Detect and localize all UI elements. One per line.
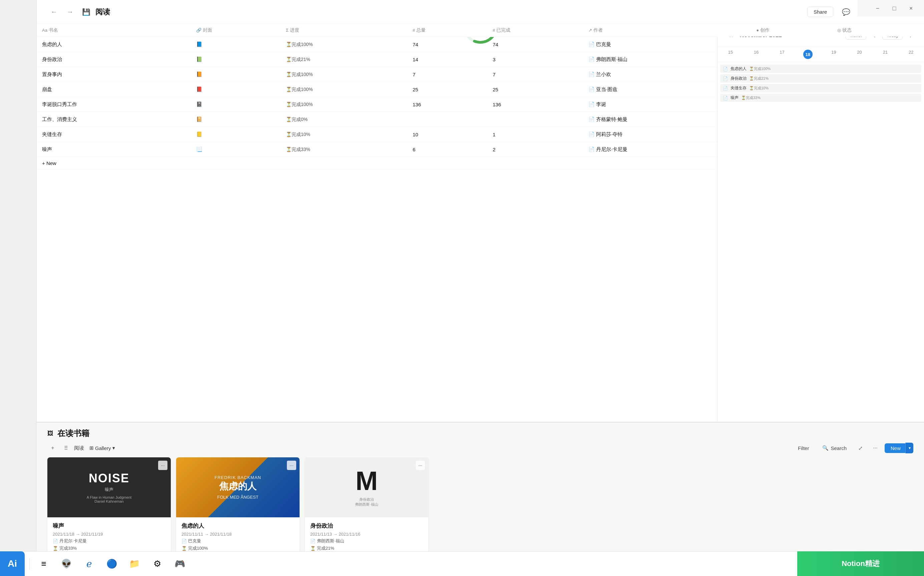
col-source[interactable]: ●创作 bbox=[751, 24, 832, 37]
taskbar-icon-game[interactable]: 🎮 bbox=[171, 555, 188, 573]
card-cover: M 身份政治弗朗西斯·福山 ··· bbox=[305, 457, 428, 517]
cal-event[interactable]: 📄 焦虑的人 ⏳完成100% bbox=[720, 65, 921, 73]
gallery-card[interactable]: M 身份政治弗朗西斯·福山 ··· 身份政治 2021/11/13 → 2021… bbox=[305, 457, 428, 557]
cell-total: 6 bbox=[407, 142, 488, 157]
card-title: 焦虑的人 bbox=[181, 522, 294, 530]
cal-date-col[interactable]: 18 bbox=[795, 47, 821, 62]
doc-icon: 📄 bbox=[53, 539, 58, 544]
cell-progress: ⏳完成100% bbox=[281, 37, 407, 52]
filter-button[interactable]: Filter bbox=[793, 444, 813, 452]
cell-bookname: 焦虑的人 bbox=[37, 37, 191, 52]
taskbar-separator-1 bbox=[29, 558, 30, 570]
card-title: 噪声 bbox=[53, 522, 165, 530]
cell-cover: 📃 bbox=[191, 142, 281, 157]
col-cover[interactable]: 🔗封面 bbox=[191, 24, 281, 37]
col-status[interactable]: ◎状态 bbox=[832, 24, 924, 37]
save-button[interactable]: 💾 bbox=[79, 5, 93, 19]
close-button[interactable]: × bbox=[903, 2, 919, 14]
col-author[interactable]: ↗作者 bbox=[583, 24, 751, 37]
cell-cover: 📗 bbox=[191, 52, 281, 67]
comment-button[interactable]: 💬 bbox=[839, 5, 853, 19]
cell-progress: ⏳完成0% bbox=[281, 112, 407, 127]
card-menu-button[interactable]: ··· bbox=[287, 461, 296, 470]
cal-event-icon: 📄 bbox=[723, 67, 728, 71]
card-cover: FREDRIK BACKMAN 焦虑的人 FOLK MED ÅNGEST ··· bbox=[176, 457, 300, 517]
minimize-button[interactable]: − bbox=[870, 2, 885, 14]
taskbar-icon-list[interactable]: ≡ bbox=[35, 555, 52, 573]
cal-date-col[interactable]: 21 bbox=[872, 47, 898, 62]
card-author: 📄 弗朗西斯·福山 bbox=[310, 538, 423, 544]
taskbar-icon-alien[interactable]: 👽 bbox=[58, 555, 75, 573]
cell-total bbox=[407, 112, 488, 127]
col-progress[interactable]: Σ进度 bbox=[281, 24, 407, 37]
cell-done: 3 bbox=[488, 52, 583, 67]
expand-button[interactable]: ⤢ bbox=[855, 443, 866, 453]
cell-done: 1 bbox=[488, 127, 583, 142]
cal-date-col[interactable]: 19 bbox=[821, 47, 847, 62]
card-menu-button[interactable]: ··· bbox=[158, 461, 167, 470]
gallery-toolbar: + ⠿ 阅读 ⊞ Gallery ▾ Filter 🔍 Search ⤢ ··· bbox=[37, 439, 924, 457]
forward-button[interactable]: → bbox=[63, 5, 77, 19]
cal-date-col[interactable]: 17 bbox=[769, 47, 795, 62]
cal-event[interactable]: 📄 噪声 ⏳完成33% bbox=[720, 94, 921, 102]
back-button[interactable]: ← bbox=[47, 5, 61, 19]
taskbar-icon-blue[interactable]: 🔵 bbox=[103, 555, 120, 573]
cell-total: 7 bbox=[407, 67, 488, 82]
cell-total: 14 bbox=[407, 52, 488, 67]
card-menu-button[interactable]: ··· bbox=[415, 461, 425, 470]
cal-date-col[interactable]: 22 bbox=[898, 47, 924, 62]
sidebar bbox=[0, 0, 37, 576]
cell-progress: ⏳完成33% bbox=[281, 142, 407, 157]
maximize-button[interactable]: □ bbox=[887, 2, 902, 14]
share-button[interactable]: Share bbox=[807, 7, 833, 17]
page-title: 阅读 bbox=[95, 7, 110, 17]
cell-bookname: 李诞脱口秀工作 bbox=[37, 97, 191, 112]
cell-done: 136 bbox=[488, 97, 583, 112]
ai-label[interactable]: Ai bbox=[0, 551, 25, 576]
cal-event-progress: ⏳完成33% bbox=[741, 95, 760, 100]
add-view-button[interactable]: + bbox=[47, 443, 58, 453]
card-progress: ⏳ 完成100% bbox=[181, 546, 294, 551]
cal-date-col[interactable]: 20 bbox=[847, 47, 872, 62]
cell-cover: 📔 bbox=[191, 112, 281, 127]
search-label: Search bbox=[831, 445, 847, 451]
cell-done bbox=[488, 112, 583, 127]
section-title-icon: 🖼 bbox=[47, 430, 53, 437]
cell-progress: ⏳完成100% bbox=[281, 67, 407, 82]
calendar-pane: ≪ November 2021 Month ‹ Today › 15161718… bbox=[717, 24, 924, 423]
cal-event[interactable]: 📄 夹缝生存 ⏳完成10% bbox=[720, 84, 921, 92]
calendar-body: 📄 焦虑的人 ⏳完成100% 📄 身份政治 ⏳完成21% 📄 夹缝生存 ⏳完成1… bbox=[717, 62, 924, 423]
drag-handle[interactable]: ⠿ bbox=[61, 443, 71, 453]
cal-event[interactable]: 📄 身份政治 ⏳完成21% bbox=[720, 74, 921, 83]
gallery-section-header: 🖼 在读书籍 bbox=[37, 423, 924, 439]
col-done[interactable]: #已完成 bbox=[488, 24, 583, 37]
cal-date-col[interactable]: 15 bbox=[717, 47, 743, 62]
new-dropdown-button[interactable]: ▾ bbox=[905, 443, 913, 453]
cell-progress: ⏳完成100% bbox=[281, 82, 407, 97]
cal-event-title: 身份政治 bbox=[730, 76, 746, 82]
gallery-dropdown-icon: ▾ bbox=[112, 445, 115, 451]
cal-date-col[interactable]: 16 bbox=[743, 47, 769, 62]
gallery-card[interactable]: NOISE 噪声 A Flaw in Human JudgmentDaniel … bbox=[47, 457, 171, 557]
taskbar-right: 🌤 14°C 晴进 Notion精进 bbox=[885, 560, 917, 567]
gallery-linked-label[interactable]: 阅读 bbox=[74, 445, 84, 451]
notion-badge[interactable]: Notion精进 bbox=[797, 551, 924, 576]
new-button[interactable]: New bbox=[885, 443, 906, 453]
gallery-card[interactable]: FREDRIK BACKMAN 焦虑的人 FOLK MED ÅNGEST ···… bbox=[176, 457, 300, 557]
search-button[interactable]: 🔍 Search bbox=[818, 444, 851, 452]
calendar-dates-row: 1516171819202122 bbox=[717, 47, 924, 62]
card-cover: NOISE 噪声 A Flaw in Human JudgmentDaniel … bbox=[47, 457, 171, 517]
gallery-cards: NOISE 噪声 A Flaw in Human JudgmentDaniel … bbox=[37, 457, 924, 557]
cell-cover: 📓 bbox=[191, 97, 281, 112]
cal-event-title: 夹缝生存 bbox=[730, 85, 746, 91]
cell-bookname: 工作、消费主义 bbox=[37, 112, 191, 127]
taskbar-icon-ie[interactable]: ℯ bbox=[80, 555, 98, 573]
taskbar-icon-settings[interactable]: ⚙ bbox=[148, 555, 166, 573]
col-bookname[interactable]: Aa书名 bbox=[37, 24, 191, 37]
gallery-view-selector[interactable]: ⊞ Gallery ▾ bbox=[87, 444, 118, 452]
cell-done: 25 bbox=[488, 82, 583, 97]
taskbar-icon-folder[interactable]: 📁 bbox=[126, 555, 143, 573]
col-total[interactable]: #总量 bbox=[407, 24, 488, 37]
cell-bookname: 噪声 bbox=[37, 142, 191, 157]
more-options-button[interactable]: ··· bbox=[870, 443, 881, 453]
